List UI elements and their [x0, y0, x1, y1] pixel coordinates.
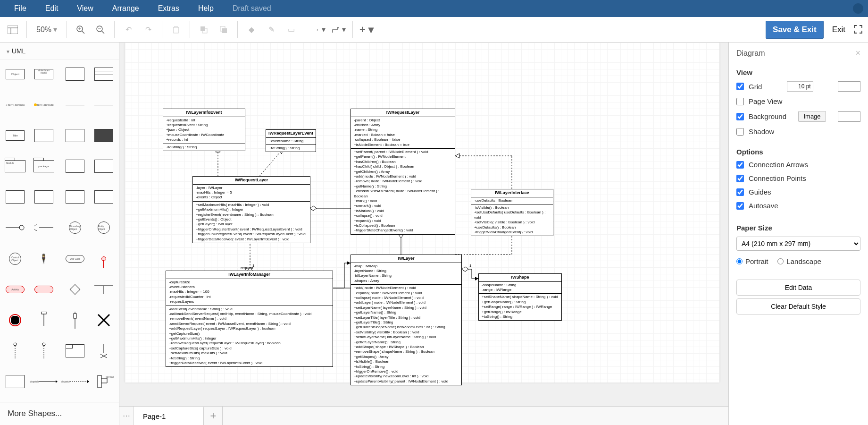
add-page-button[interactable]: + — [204, 407, 223, 425]
background-color-swatch[interactable] — [838, 111, 860, 122]
shape-component[interactable] — [61, 125, 90, 146]
close-icon[interactable]: × — [855, 48, 860, 58]
shape-divider[interactable] — [61, 94, 90, 115]
canvas[interactable]: request 1 — [119, 42, 728, 406]
shape-bar1[interactable] — [29, 310, 58, 331]
shape-interface[interactable]: «interface»Name — [29, 64, 58, 85]
shape-socket[interactable] — [29, 217, 58, 238]
shape-lifeline1[interactable] — [4, 340, 26, 361]
menu-file[interactable]: File — [5, 4, 36, 13]
more-shapes-button[interactable]: More Shapes... — [0, 402, 119, 425]
shape-item-attr[interactable]: + item: attribute — [4, 94, 26, 115]
exit-button[interactable]: Exit — [827, 21, 850, 38]
zoom-out-icon[interactable] — [92, 22, 108, 38]
shape-end[interactable] — [4, 310, 26, 331]
shape-decision[interactable] — [61, 279, 90, 300]
clear-default-style-button[interactable]: Clear Default Style — [736, 298, 860, 314]
shape-class3[interactable] — [92, 64, 115, 85]
shape-title[interactable]: Title — [4, 125, 26, 146]
grid-checkbox[interactable] — [736, 83, 744, 90]
zoom-in-icon[interactable] — [73, 22, 89, 38]
shape-block[interactable] — [92, 125, 115, 146]
menu-edit[interactable]: Edit — [36, 4, 68, 13]
uml-iwshape[interactable]: IWShape -shapeName : String -range : IWR… — [478, 273, 562, 321]
shape-module[interactable] — [29, 125, 58, 146]
save-exit-button[interactable]: Save & Exit — [766, 21, 824, 39]
shape-destroy[interactable] — [92, 340, 115, 361]
shape-class-c[interactable] — [61, 187, 90, 207]
shape-dispatch2[interactable]: dispatch — [61, 371, 90, 392]
guides-checkbox[interactable] — [736, 188, 744, 196]
shape-package[interactable]: package — [29, 156, 58, 177]
zoom-select[interactable]: 50% ▾ — [33, 25, 61, 34]
uml-iwrequestlayer[interactable]: IWRequestLayer -parent : Object -childre… — [351, 109, 455, 235]
background-checkbox[interactable] — [736, 113, 744, 120]
pages-menu-icon[interactable]: ⋯ — [119, 407, 134, 425]
menu-arrange[interactable]: Arrange — [103, 4, 149, 13]
uml-iwrequestlayer-box[interactable]: IWRequestLayer -layer : IWLayer -maxHits… — [192, 176, 310, 243]
menu-extras[interactable]: Extras — [149, 4, 189, 13]
uml-iwlayerinfoevent[interactable]: IWLayerInfoEvent +requestedId : int +req… — [163, 109, 245, 151]
uml-iwlayerinterface[interactable]: IWLayerInterface -useDefaults : Boolean … — [471, 189, 553, 236]
shadow-toggle-icon[interactable]: ▭ — [283, 22, 299, 38]
shadow-checkbox[interactable] — [736, 128, 744, 136]
line-color-icon[interactable]: ✎ — [263, 22, 279, 38]
edit-data-button[interactable]: Edit Data — [736, 280, 860, 296]
shape-class-b[interactable] — [29, 187, 58, 207]
shape-fork[interactable] — [92, 279, 115, 300]
add-icon[interactable]: + ▾ — [359, 22, 375, 38]
connarrows-checkbox[interactable] — [736, 161, 744, 169]
connection-icon[interactable]: → ▾ — [311, 22, 327, 38]
paper[interactable]: request 1 — [125, 42, 719, 382]
shape-dispatch[interactable]: dispatch — [29, 371, 58, 392]
menu-help[interactable]: Help — [189, 4, 223, 13]
fullscreen-icon[interactable] — [854, 25, 863, 34]
uml-iwlayer[interactable]: IWLayer -map : IWMap -layerName : String… — [351, 255, 462, 385]
waypoint-icon[interactable]: ▾ — [331, 22, 347, 38]
shape-entity[interactable]: Entity Object — [92, 217, 115, 238]
shape-note[interactable] — [4, 371, 26, 392]
tab-page-1[interactable]: Page-1 — [134, 407, 204, 425]
to-front-icon[interactable] — [196, 22, 212, 38]
connpoints-checkbox[interactable] — [736, 175, 744, 182]
menu-view[interactable]: View — [67, 4, 102, 13]
autosave-checkbox[interactable] — [736, 202, 744, 210]
shape-item-attr2[interactable]: item: attribute — [29, 94, 58, 115]
grid-size-input[interactable] — [787, 81, 813, 92]
orientation-portrait[interactable]: Portrait — [736, 257, 768, 265]
shape-frame[interactable] — [61, 340, 90, 361]
shape-bar2[interactable] — [61, 310, 90, 331]
shape-usecase[interactable]: Use Case — [61, 248, 90, 269]
shape-actor[interactable]: 🕴 — [29, 248, 58, 269]
undo-icon[interactable]: ↶ — [120, 22, 136, 38]
to-back-icon[interactable] — [216, 22, 232, 38]
shape-control[interactable]: ControlObject — [4, 248, 26, 269]
shape-selfcall[interactable]: self call — [92, 371, 115, 392]
shape-activity-r[interactable]: Activity — [4, 279, 26, 300]
redo-icon[interactable]: ↷ — [140, 22, 156, 38]
shape-divider2[interactable] — [92, 94, 115, 115]
shape-object[interactable]: Object — [4, 64, 26, 85]
grid-color-swatch[interactable] — [838, 81, 860, 92]
shape-lifeline2[interactable] — [29, 340, 58, 361]
shape-class-a[interactable] — [4, 187, 26, 207]
background-image-button[interactable]: Image — [798, 111, 826, 122]
uml-iwrequestlayerevent[interactable]: IWRequestLayerEvent +eventName : String … — [266, 129, 316, 152]
papersize-select[interactable]: A4 (210 mm x 297 mm) — [736, 237, 860, 251]
shape-activity[interactable] — [29, 279, 58, 300]
shape-comp2[interactable] — [61, 156, 90, 177]
shape-x[interactable] — [92, 310, 115, 331]
fill-color-icon[interactable]: ◆ — [243, 22, 259, 38]
shape-lollipop[interactable] — [4, 217, 26, 238]
shape-comp3[interactable] — [92, 156, 115, 177]
sidebar-category[interactable]: UML — [0, 42, 119, 60]
uml-iwlayerinfomanager[interactable]: IWLayerInfoManager -captureSize -eventLi… — [166, 271, 333, 367]
panels-icon[interactable] — [5, 22, 21, 38]
shape-start[interactable] — [92, 248, 115, 269]
pageview-checkbox[interactable] — [736, 98, 744, 105]
shape-class2[interactable] — [61, 64, 90, 85]
shape-boundary[interactable]: BoundaryObject — [61, 217, 90, 238]
orientation-landscape[interactable]: Landscape — [777, 257, 821, 265]
shape-class-d[interactable] — [92, 187, 115, 207]
shape-module2[interactable]: Module — [4, 156, 26, 177]
